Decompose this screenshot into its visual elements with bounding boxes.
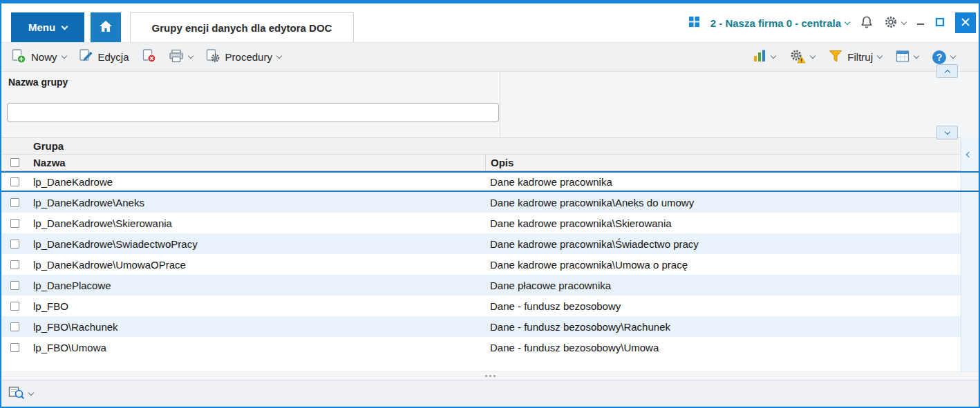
filter-panel-collapse-button[interactable] [936,64,958,78]
cell-opis: Dane kadrowe pracownika [485,176,961,188]
select-all-cell [1,155,29,171]
edit-button-label: Edycja [98,51,129,63]
help-icon-glyph: ? [936,52,943,63]
row-checkbox[interactable] [10,281,19,290]
chevron-left-icon [966,152,972,157]
settings-button[interactable] [884,15,906,31]
table-row[interactable]: lp_FBO\Umowa Dane - fundusz bezosobowy\U… [1,337,961,358]
filter-funnel-icon [829,50,842,65]
column-header-opis-label: Opis [491,157,513,168]
row-checkbox[interactable] [10,240,19,249]
chevron-down-icon [914,53,919,59]
topbar-right: 2 - Nasza firma 0 - centrala [688,3,976,42]
row-checkbox[interactable] [10,343,19,352]
home-button[interactable] [91,12,121,42]
chevron-down-icon [276,53,282,59]
delete-button[interactable] [136,46,162,68]
row-checkbox-cell [1,219,29,228]
close-icon [961,18,970,28]
new-button[interactable]: Nowy [6,46,72,69]
close-button[interactable] [955,12,976,33]
chart-button[interactable] [747,46,781,68]
table-row[interactable]: lp_FBO Dane - fundusz bezosobowy [1,295,961,316]
company-selector[interactable]: 2 - Nasza firma 0 - centrala [710,17,849,29]
row-checkbox[interactable] [10,260,19,269]
cell-nazwa: lp_FBO [29,300,485,312]
column-header-opis[interactable]: Opis [485,155,961,171]
chevron-down-icon [62,23,68,30]
cell-opis: Dane kadrowe pracownika\Umowa o pracę [485,259,961,271]
table-row[interactable]: lp_FBO\Rachunek Dane - fundusz bezosobow… [1,316,961,337]
chevron-down-icon [810,53,816,59]
row-checkbox[interactable] [10,219,19,228]
row-checkbox[interactable] [10,322,19,331]
chevron-down-icon [187,53,193,59]
apps-grid-icon [688,16,700,30]
table-row[interactable]: lp_DaneKadrowe\Skierowania Dane kadrowe … [1,213,961,233]
print-button[interactable] [163,46,198,68]
chevron-down-icon [28,389,34,395]
preview-search-button[interactable] [8,385,33,402]
selection-line-top [961,171,979,173]
select-all-checkbox[interactable] [10,158,19,167]
procedures-gear-icon [205,49,220,65]
splitter-handle[interactable] [1,371,979,380]
selection-line-bottom [961,191,979,192]
maximize-button[interactable] [935,17,945,29]
menu-button-label: Menu [28,21,55,33]
nazwa-grupy-label: Nazwa grupy [8,77,68,88]
table-row[interactable]: lp_DaneKadrowe\SwiadectwoPracy Dane kadr… [1,233,961,254]
minimize-button[interactable] [916,18,925,28]
menu-button[interactable]: Menu [11,12,84,42]
filter-panel-expand-button[interactable] [936,126,958,139]
row-checkbox-cell [1,322,29,331]
cell-nazwa: lp_DaneKadrowe\UmowaOPrace [29,259,485,271]
filter-button[interactable]: Filtruj [823,46,887,68]
minimize-icon [916,18,925,28]
cell-nazwa: lp_FBO\Rachunek [29,321,485,333]
operations-button[interactable] [784,46,820,69]
cell-opis: Dane - fundusz bezosobowy\Rachunek [485,321,961,333]
maximize-icon [935,17,945,29]
cell-opis: Dane kadrowe pracownika\Świadectwo pracy [485,238,961,250]
bottombar [1,380,979,407]
new-document-plus-icon [11,49,26,66]
row-checkbox[interactable] [10,198,19,207]
cell-nazwa: lp_DaneKadrowe\SwiadectwoPracy [29,238,485,250]
side-panel-collapse-button[interactable] [967,148,971,159]
notifications-button[interactable] [860,15,874,31]
column-header-nazwa-label: Nazwa [33,157,66,168]
row-checkbox-cell [1,302,29,311]
cell-nazwa: lp_FBO\Umowa [29,342,485,353]
row-checkbox[interactable] [10,177,19,186]
cell-opis: Dane kadrowe pracownika\Skierowania [485,217,961,229]
cell-nazwa: lp_DaneKadrowe [29,176,485,188]
column-header-nazwa[interactable]: Nazwa [29,155,485,171]
apps-grid-button[interactable] [688,16,700,30]
help-icon: ? [932,50,946,64]
edit-button[interactable]: Edycja [73,46,135,68]
delete-icon [142,49,156,65]
table-row[interactable]: lp_DaneKadrowe Dane kadrowe pracownika [1,171,961,192]
group-header-row: Grupa [1,137,961,155]
chevron-up-icon [944,70,950,75]
row-checkbox[interactable] [10,302,19,311]
row-checkbox-cell [1,281,29,290]
table-body: lp_DaneKadrowe Dane kadrowe pracownika l… [1,171,961,358]
gear-icon [884,15,898,31]
chevron-down-icon [901,19,907,24]
column-header-row: Nazwa Opis [1,155,961,171]
cell-nazwa: lp_DaneKadrowe\Aneks [29,197,485,208]
table-row[interactable]: lp_DanePlacowe Dane płacowe pracownika [1,275,961,295]
table-row[interactable]: lp_DaneKadrowe\Aneks Dane kadrowe pracow… [1,192,961,213]
row-checkbox-cell [1,177,29,186]
home-icon [99,20,113,35]
tab-grupy-encji[interactable]: Grupy encji danych dla edytora DOC [130,12,354,42]
nazwa-grupy-input[interactable] [7,103,499,122]
tab-title: Grupy encji danych dla edytora DOC [152,22,332,34]
toolbar-left-group: Nowy Edycja [6,46,287,69]
table-row[interactable]: lp_DaneKadrowe\UmowaOPrace Dane kadrowe … [1,254,961,275]
column-settings-button[interactable] [890,46,924,68]
procedures-button[interactable]: Procedury [200,46,287,68]
row-checkbox-cell [1,240,29,249]
